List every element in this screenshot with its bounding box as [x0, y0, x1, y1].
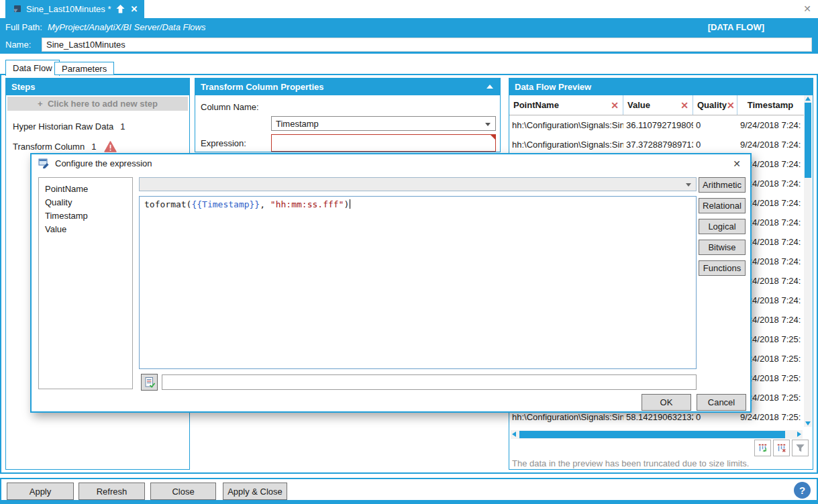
steps-panel-header: Steps — [6, 79, 189, 95]
apply-and-close-button[interactable]: Apply & Close — [223, 483, 287, 500]
help-button[interactable]: ? — [794, 482, 811, 499]
expression-label: Expression: — [201, 138, 268, 148]
name-input[interactable] — [42, 38, 812, 52]
transform-panel-header: Transform Column Properties — [195, 79, 500, 95]
filter-funnel-icon — [795, 442, 806, 454]
relational-button[interactable]: Relational — [699, 198, 746, 213]
preview-panel-header: Data Flow Preview — [509, 79, 813, 95]
column-header-quality[interactable]: Quality — [693, 95, 737, 115]
logical-button[interactable]: Logical — [699, 219, 746, 234]
expression-token: "hh:mm:ss.fff" — [270, 199, 344, 209]
field-list-item[interactable]: Timestamp — [39, 209, 132, 222]
functions-button[interactable]: Functions — [699, 260, 746, 276]
column-header-pointname[interactable]: PointName — [509, 95, 623, 115]
truncation-note: The data in the preview has been truncat… — [512, 458, 749, 468]
transform-panel-title: Transform Column Properties — [201, 82, 323, 92]
filter-button[interactable] — [792, 440, 809, 456]
scrollbar-thumb[interactable] — [519, 431, 785, 438]
add-step-button[interactable]: + Click here to add new step — [7, 97, 188, 111]
dialog-close-icon[interactable]: ✕ — [733, 158, 741, 169]
collapse-icon[interactable] — [487, 85, 493, 89]
table-header-row: PointName Value Quality Timestamp — [509, 95, 804, 115]
horizontal-scrollbar[interactable] — [511, 430, 803, 439]
arithmetic-button[interactable]: Arithmetic — [699, 177, 746, 193]
preview-toolbar — [754, 440, 809, 456]
truncate-apply-icon — [757, 442, 768, 454]
column-header-timestamp[interactable]: Timestamp — [737, 95, 803, 115]
step-list: Hyper Historian Raw Data1 Transform Colu… — [6, 116, 189, 156]
window-close-icon[interactable]: ✕ — [803, 3, 811, 14]
cancel-button[interactable]: Cancel — [697, 394, 746, 411]
error-corner-icon — [491, 135, 495, 140]
column-name-label: Column Name: — [201, 102, 268, 112]
footer-bar: Apply Refresh Close Apply & Close ? — [0, 478, 818, 504]
undock-icon[interactable] — [115, 4, 125, 14]
column-truncate-apply-button[interactable] — [754, 440, 771, 456]
full-path-label: Full Path: — [5, 22, 42, 32]
clear-filter-icon[interactable] — [727, 100, 735, 111]
warning-icon — [104, 141, 117, 152]
document-tab-strip: Sine_Last10Minutes * ✕ ✕ — [0, 0, 818, 18]
scroll-up-icon[interactable] — [805, 97, 811, 101]
name-label: Name: — [5, 40, 31, 50]
refresh-button[interactable]: Refresh — [79, 483, 145, 500]
table-row[interactable]: hh:\Configuration\Signals:Sine 37.372887… — [509, 135, 804, 154]
close-button[interactable]: Close — [150, 483, 216, 500]
preview-panel-title: Data Flow Preview — [515, 82, 591, 92]
clear-filter-icon[interactable] — [680, 100, 688, 111]
scroll-left-icon[interactable] — [512, 432, 516, 437]
scrollbar-thumb[interactable] — [805, 103, 811, 178]
steps-panel-title: Steps — [11, 82, 35, 92]
field-list-item[interactable]: Quality — [39, 195, 132, 209]
step-item[interactable]: Hyper Historian Raw Data1 — [6, 116, 189, 136]
table-row[interactable]: hh:\Configuration\Signals:Sine 36.110792… — [509, 115, 804, 135]
expression-result-input[interactable] — [162, 374, 697, 390]
clear-filter-icon[interactable] — [611, 100, 619, 111]
tab-data-flow[interactable]: Data Flow — [5, 60, 60, 76]
text-cursor — [350, 199, 350, 209]
document-tab-title: Sine_Last10Minutes * — [26, 4, 111, 14]
expression-token: ) — [344, 199, 349, 209]
expression-preset-dropdown[interactable] — [139, 177, 697, 191]
tab-close-icon[interactable]: ✕ — [130, 4, 138, 14]
field-list-item[interactable]: PointName — [39, 182, 132, 195]
column-truncate-clear-button[interactable] — [773, 440, 790, 456]
column-name-dropdown[interactable]: Timestamp — [271, 116, 496, 131]
apply-button[interactable]: Apply — [7, 483, 74, 500]
configure-expression-dialog: Configure the expression ✕ PointNameQual… — [30, 153, 752, 413]
expression-editor[interactable]: toformat({{Timestamp}}, "hh:mm:ss.fff") — [139, 196, 697, 369]
transform-properties-panel: Transform Column Properties Column Name:… — [195, 78, 501, 152]
name-bar: Name: — [0, 36, 818, 54]
validate-expression-button[interactable] — [141, 374, 158, 391]
validate-document-icon — [144, 376, 156, 389]
dataflow-icon — [12, 5, 21, 14]
document-tab[interactable]: Sine_Last10Minutes * ✕ — [5, 0, 144, 18]
ok-button[interactable]: OK — [642, 394, 691, 411]
chevron-down-icon — [686, 183, 691, 187]
scroll-down-icon[interactable] — [805, 421, 811, 425]
truncate-clear-icon — [776, 442, 787, 454]
scroll-right-icon[interactable] — [797, 432, 801, 437]
expression-token: toformat( — [144, 199, 191, 209]
full-path-value: MyProject/AnalytiX/BI Server/Data Flows — [48, 22, 206, 32]
expression-token: {{Timestamp}} — [191, 199, 260, 209]
chevron-down-icon — [485, 123, 491, 126]
vertical-scrollbar[interactable] — [804, 95, 812, 427]
dialog-title: Configure the expression — [55, 158, 152, 168]
full-path-bar: Full Path: MyProject/AnalytiX/BI Server/… — [0, 18, 818, 36]
field-list-item[interactable]: Value — [39, 222, 132, 236]
dialog-title-bar: Configure the expression ✕ — [32, 154, 750, 172]
expression-editor-icon — [38, 158, 50, 168]
tab-parameters[interactable]: Parameters — [54, 62, 114, 75]
field-list: PointNameQualityTimestampValue — [38, 177, 133, 389]
expression-token: , — [260, 199, 270, 209]
expression-field[interactable] — [271, 134, 496, 152]
item-type-badge: [DATA FLOW] — [708, 18, 764, 36]
column-name-value: Timestamp — [276, 119, 319, 129]
bitwise-button[interactable]: Bitwise — [699, 240, 746, 255]
column-header-value[interactable]: Value — [623, 95, 693, 115]
